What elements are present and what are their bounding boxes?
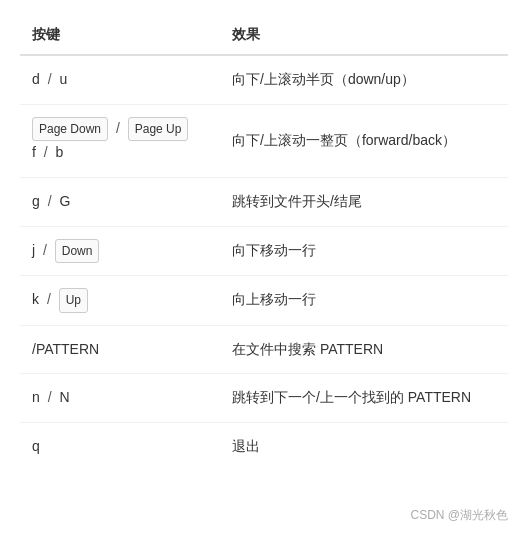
effect-cell: 跳转到下一个/上一个找到的 PATTERN bbox=[220, 374, 508, 423]
up-key[interactable]: Up bbox=[59, 288, 88, 312]
effect-cell: 退出 bbox=[220, 423, 508, 471]
key-cell: Page Down / Page Upf / b bbox=[20, 104, 220, 177]
table-row: k / Up向上移动一行 bbox=[20, 276, 508, 325]
key-cell: j / Down bbox=[20, 226, 220, 275]
table-row: d / u向下/上滚动半页（down/up） bbox=[20, 55, 508, 104]
key-cell: k / Up bbox=[20, 276, 220, 325]
footer-text: CSDN @湖光秋色 bbox=[0, 501, 528, 534]
table-header-row: 按键 效果 bbox=[20, 16, 508, 55]
page-down-key[interactable]: Page Down bbox=[32, 117, 108, 141]
col-header-effect: 效果 bbox=[220, 16, 508, 55]
table-row: Page Down / Page Upf / b向下/上滚动一整页（forwar… bbox=[20, 104, 508, 177]
shortcut-table: 按键 效果 d / u向下/上滚动半页（down/up）Page Down / … bbox=[20, 16, 508, 471]
key-cell: d / u bbox=[20, 55, 220, 104]
down-key[interactable]: Down bbox=[55, 239, 100, 263]
key-cell: q bbox=[20, 423, 220, 471]
effect-cell: 向上移动一行 bbox=[220, 276, 508, 325]
effect-cell: 向下/上滚动一整页（forward/back） bbox=[220, 104, 508, 177]
col-header-key: 按键 bbox=[20, 16, 220, 55]
table-row: j / Down向下移动一行 bbox=[20, 226, 508, 275]
effect-cell: 在文件中搜索 PATTERN bbox=[220, 325, 508, 374]
effect-cell: 跳转到文件开头/结尾 bbox=[220, 177, 508, 226]
effect-cell: 向下/上滚动半页（down/up） bbox=[220, 55, 508, 104]
effect-cell: 向下移动一行 bbox=[220, 226, 508, 275]
table-row: q退出 bbox=[20, 423, 508, 471]
key-cell: g / G bbox=[20, 177, 220, 226]
table-row: g / G跳转到文件开头/结尾 bbox=[20, 177, 508, 226]
page-up-key[interactable]: Page Up bbox=[128, 117, 189, 141]
key-cell: /PATTERN bbox=[20, 325, 220, 374]
table-row: /PATTERN在文件中搜索 PATTERN bbox=[20, 325, 508, 374]
main-container: 按键 效果 d / u向下/上滚动半页（down/up）Page Down / … bbox=[0, 0, 528, 501]
key-cell: n / N bbox=[20, 374, 220, 423]
table-row: n / N跳转到下一个/上一个找到的 PATTERN bbox=[20, 374, 508, 423]
